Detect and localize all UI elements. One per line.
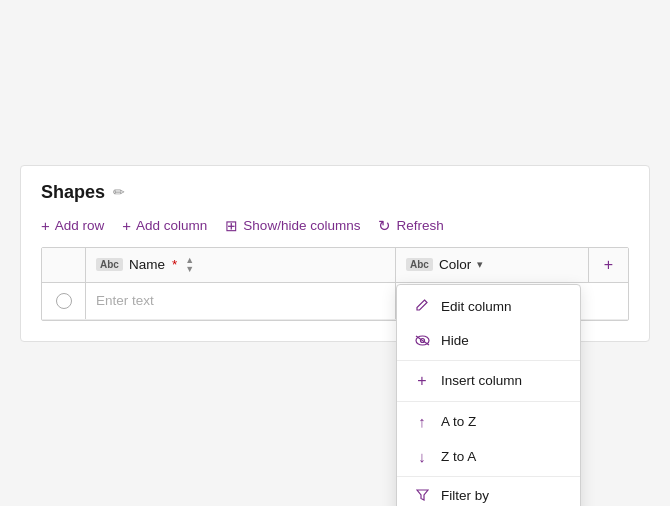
menu-edit-column-label: Edit column xyxy=(441,299,512,314)
panel-title: Shapes xyxy=(41,182,105,203)
menu-item-filter-by[interactable]: Filter by xyxy=(397,479,580,507)
a-to-z-icon: ↑ xyxy=(413,413,431,430)
menu-item-a-to-z[interactable]: ↑ A to Z xyxy=(397,404,580,439)
menu-hide-label: Hide xyxy=(441,333,469,348)
add-row-icon: + xyxy=(41,217,50,234)
refresh-button[interactable]: ↻ Refresh xyxy=(378,217,443,235)
sort-down-icon[interactable]: ▼ xyxy=(185,265,194,274)
name-col-type: Abc xyxy=(96,258,123,271)
data-table: Abc Name * ▲ ▼ Abc Color ▾ xyxy=(41,247,629,321)
menu-item-insert-column[interactable]: + Insert column xyxy=(397,363,580,399)
hide-icon xyxy=(413,333,431,349)
refresh-icon: ↻ xyxy=(378,217,391,235)
menu-insert-column-label: Insert column xyxy=(441,373,522,388)
row-checkbox-cell[interactable] xyxy=(42,283,86,319)
edit-column-icon xyxy=(413,298,431,315)
row-select-circle[interactable] xyxy=(56,293,72,309)
menu-item-edit-column[interactable]: Edit column xyxy=(397,289,580,324)
refresh-label: Refresh xyxy=(396,218,443,233)
menu-item-z-to-a[interactable]: ↓ Z to A xyxy=(397,439,580,474)
color-col-label: Color xyxy=(439,257,471,272)
add-column-label: Add column xyxy=(136,218,207,233)
filter-by-icon xyxy=(413,488,431,504)
edit-title-icon[interactable]: ✏ xyxy=(113,184,125,200)
add-column-button[interactable]: + Add column xyxy=(122,217,207,234)
menu-divider-1 xyxy=(397,360,580,361)
show-hide-icon: ⊞ xyxy=(225,217,238,235)
menu-divider-3 xyxy=(397,476,580,477)
add-column-icon: + xyxy=(122,217,131,234)
insert-column-icon: + xyxy=(413,372,431,390)
name-sort-icons: ▲ ▼ xyxy=(185,256,194,274)
name-input-placeholder[interactable]: Enter text xyxy=(96,293,154,308)
menu-filter-by-label: Filter by xyxy=(441,488,489,503)
show-hide-label: Show/hide columns xyxy=(243,218,360,233)
shapes-panel: Shapes ✏ + Add row + Add column ⊞ Show/h… xyxy=(20,165,650,342)
menu-z-to-a-label: Z to A xyxy=(441,449,476,464)
header-color-col[interactable]: Abc Color ▾ Edit column xyxy=(396,248,588,282)
row-name-cell[interactable]: Enter text xyxy=(86,283,396,319)
header-name-col: Abc Name * ▲ ▼ xyxy=(86,248,396,282)
show-hide-button[interactable]: ⊞ Show/hide columns xyxy=(225,217,360,235)
menu-divider-2 xyxy=(397,401,580,402)
name-col-label: Name xyxy=(129,257,165,272)
z-to-a-icon: ↓ xyxy=(413,448,431,465)
color-col-chevron-icon: ▾ xyxy=(477,258,483,271)
header-checkbox-col xyxy=(42,248,86,282)
name-required-star: * xyxy=(172,257,177,272)
menu-item-hide[interactable]: Hide xyxy=(397,324,580,358)
menu-a-to-z-label: A to Z xyxy=(441,414,476,429)
add-row-label: Add row xyxy=(55,218,105,233)
add-col-button[interactable]: + xyxy=(588,248,628,282)
add-col-icon: + xyxy=(604,256,613,274)
toolbar: + Add row + Add column ⊞ Show/hide colum… xyxy=(41,217,629,235)
add-row-button[interactable]: + Add row xyxy=(41,217,104,234)
color-col-dropdown: Edit column Hide xyxy=(396,284,581,507)
color-col-type: Abc xyxy=(406,258,433,271)
panel-header: Shapes ✏ xyxy=(41,182,629,203)
table-header: Abc Name * ▲ ▼ Abc Color ▾ xyxy=(42,248,628,283)
